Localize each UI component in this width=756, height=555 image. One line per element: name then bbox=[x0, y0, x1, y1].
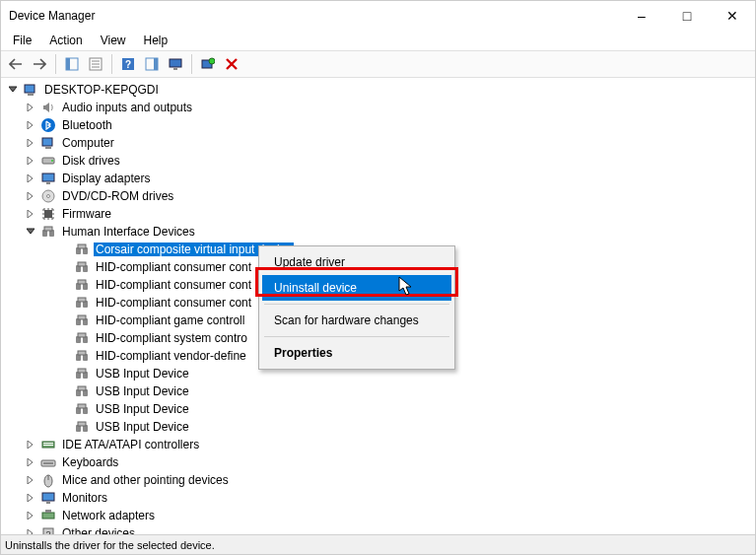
show-hide-tree-button[interactable] bbox=[61, 53, 83, 75]
tree-node[interactable]: DESKTOP-KEPQGDI bbox=[3, 81, 755, 99]
tree-node[interactable]: ?Other devices bbox=[3, 524, 755, 534]
collapse-icon[interactable] bbox=[7, 84, 19, 96]
context-menu-item[interactable]: Properties bbox=[262, 340, 451, 366]
tree-node-label: Keyboards bbox=[60, 455, 120, 469]
maximize-button[interactable]: □ bbox=[664, 1, 710, 31]
toolbar-sep bbox=[55, 54, 56, 74]
expand-icon[interactable] bbox=[25, 137, 36, 149]
expand-icon[interactable] bbox=[25, 173, 36, 184]
tree-node[interactable]: Audio inputs and outputs bbox=[3, 99, 755, 116]
expander-spacer bbox=[58, 385, 70, 397]
hid-icon bbox=[74, 242, 90, 257]
tree-node-label: Computer bbox=[60, 136, 116, 150]
toolbar-sep bbox=[191, 54, 192, 74]
tree-node[interactable]: IDE ATA/ATAPI controllers bbox=[3, 436, 755, 453]
svg-rect-11 bbox=[173, 68, 177, 70]
expand-icon[interactable] bbox=[25, 456, 36, 468]
tree-node-label: HID-compliant system contro bbox=[94, 331, 249, 345]
collapse-icon[interactable] bbox=[25, 226, 36, 238]
tree-node[interactable]: Computer bbox=[3, 134, 755, 152]
toolbar: ? bbox=[1, 50, 755, 78]
expander-spacer bbox=[58, 261, 70, 273]
tree-node-label: USB Input Device bbox=[94, 367, 191, 381]
svg-text:?: ? bbox=[125, 59, 131, 70]
context-menu-item[interactable]: Scan for hardware changes bbox=[262, 308, 451, 333]
svg-rect-72 bbox=[45, 510, 51, 513]
svg-rect-40 bbox=[78, 298, 86, 302]
tree-node-label: Network adapters bbox=[60, 509, 157, 522]
minimize-button[interactable]: – bbox=[619, 1, 664, 31]
titlebar: Device Manager – □ ✕ bbox=[1, 1, 755, 31]
tree-node-label: Disk drives bbox=[60, 154, 122, 168]
tree-node[interactable]: DVD/CD-ROM drives bbox=[3, 187, 755, 205]
help-button[interactable]: ? bbox=[117, 53, 139, 75]
scan-hardware-button[interactable] bbox=[197, 53, 219, 75]
tree-node-label: Mice and other pointing devices bbox=[60, 473, 231, 487]
properties-button[interactable] bbox=[85, 53, 106, 75]
tree-area: DESKTOP-KEPQGDIAudio inputs and outputsB… bbox=[1, 78, 755, 534]
tree-node[interactable]: Disk drives bbox=[3, 152, 755, 170]
expand-icon[interactable] bbox=[25, 439, 36, 451]
menu-action[interactable]: Action bbox=[41, 33, 90, 48]
context-menu-separator bbox=[264, 304, 449, 305]
uninstall-device-button[interactable] bbox=[221, 53, 242, 75]
svg-rect-49 bbox=[78, 351, 86, 355]
tree-node-label: Audio inputs and outputs bbox=[60, 101, 194, 114]
expand-icon[interactable] bbox=[25, 190, 36, 202]
svg-text:?: ? bbox=[45, 529, 50, 534]
hid-icon bbox=[74, 330, 90, 346]
tree-node-label: HID-compliant consumer cont bbox=[94, 296, 253, 310]
view-button[interactable] bbox=[165, 53, 186, 75]
window-title: Device Manager bbox=[9, 9, 619, 23]
svg-rect-46 bbox=[78, 333, 86, 337]
expand-icon[interactable] bbox=[25, 102, 36, 113]
svg-rect-70 bbox=[46, 502, 50, 504]
cd-icon bbox=[40, 188, 56, 204]
forward-button[interactable] bbox=[29, 53, 50, 75]
expand-icon[interactable] bbox=[25, 474, 36, 486]
tree-node-label: Firmware bbox=[60, 207, 113, 221]
hid-icon bbox=[74, 295, 90, 311]
tree-node[interactable]: Mice and other pointing devices bbox=[3, 471, 755, 489]
ide-icon bbox=[40, 437, 56, 452]
expand-icon[interactable] bbox=[25, 119, 36, 131]
menu-view[interactable]: View bbox=[93, 33, 134, 48]
tree-node[interactable]: Network adapters bbox=[3, 507, 755, 524]
context-menu-item[interactable]: Update driver bbox=[262, 249, 451, 275]
tree-node-label: Human Interface Devices bbox=[60, 225, 197, 239]
action-pane-button[interactable] bbox=[141, 53, 163, 75]
tree-node[interactable]: Human Interface Devices bbox=[3, 223, 755, 241]
tree-node[interactable]: Bluetooth bbox=[3, 116, 755, 134]
expand-icon[interactable] bbox=[25, 510, 36, 521]
hid-icon bbox=[74, 312, 90, 328]
tree-node[interactable]: Display adapters bbox=[3, 170, 755, 187]
expander-spacer bbox=[58, 243, 70, 255]
close-button[interactable]: ✕ bbox=[710, 1, 755, 31]
expand-icon[interactable] bbox=[25, 492, 36, 504]
expand-icon[interactable] bbox=[25, 527, 36, 534]
svg-rect-1 bbox=[66, 58, 70, 70]
tree-node[interactable]: USB Input Device bbox=[3, 400, 755, 418]
tree-node[interactable]: Firmware bbox=[3, 205, 755, 223]
svg-rect-9 bbox=[154, 58, 158, 70]
bluetooth-icon bbox=[40, 117, 56, 133]
svg-rect-22 bbox=[46, 182, 50, 184]
tree-node[interactable]: Monitors bbox=[3, 489, 755, 507]
hid-icon bbox=[74, 419, 90, 435]
svg-rect-21 bbox=[42, 173, 54, 181]
menu-file[interactable]: File bbox=[5, 33, 39, 48]
menu-help[interactable]: Help bbox=[136, 33, 176, 48]
tree-node-label: Monitors bbox=[60, 491, 109, 505]
tree-node-label: Display adapters bbox=[60, 172, 152, 185]
tree-node[interactable]: USB Input Device bbox=[3, 382, 755, 400]
tree-node-label: DVD/CD-ROM drives bbox=[60, 189, 175, 203]
expander-spacer bbox=[58, 297, 70, 309]
tree-node-label: IDE ATA/ATAPI controllers bbox=[60, 438, 201, 451]
expand-icon[interactable] bbox=[25, 155, 36, 167]
hid-icon bbox=[74, 366, 90, 382]
expand-icon[interactable] bbox=[25, 208, 36, 220]
back-button[interactable] bbox=[5, 53, 27, 75]
tree-node[interactable]: USB Input Device bbox=[3, 418, 755, 436]
context-menu-item[interactable]: Uninstall device bbox=[262, 275, 451, 301]
tree-node[interactable]: Keyboards bbox=[3, 453, 755, 471]
